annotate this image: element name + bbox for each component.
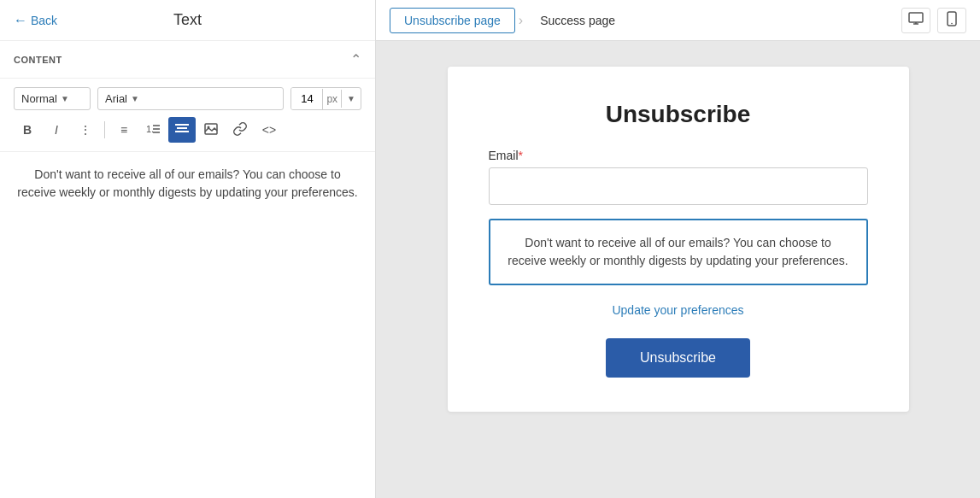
font-select-arrow-icon: ▼ [131,94,139,103]
svg-text:1.: 1. [146,124,154,134]
tab-unsubscribe[interactable]: Unsubscribe page [390,8,515,33]
image-button[interactable] [197,117,225,143]
email-input-field[interactable] [489,167,868,205]
unordered-list-icon: ≡ [120,123,127,137]
header-bar: ← Back Text [0,0,375,41]
back-button[interactable]: ← Back [14,13,57,28]
font-selected-value: Arial [105,92,127,105]
preview-area: Unsubscribe Email* Don't want to receive… [376,41,980,498]
panel-title: Text [173,11,202,29]
link-icon [233,122,247,138]
left-panel: ← Back Text CONTENT ⌃ Normal ▼ Arial ▼ [0,0,376,498]
font-size-group: px ▼ [290,87,361,110]
code-icon: <> [262,123,276,137]
svg-rect-9 [909,13,923,22]
update-link-container: Update your preferences [489,302,868,318]
align-icon [175,123,189,138]
right-panel: Unsubscribe page › Success page [376,0,980,498]
content-header: CONTENT ⌃ [0,41,375,79]
email-card-title: Unsubscribe [489,101,868,128]
toolbar: Normal ▼ Arial ▼ px ▼ B I ⋮ [0,79,375,152]
toolbar-row1: Normal ▼ Arial ▼ px ▼ [14,87,361,110]
email-field-group: Email* [489,149,868,205]
preview-body-text: Don't want to receive all of our emails?… [508,236,848,267]
more-options-button[interactable]: ⋮ [72,117,99,143]
svg-point-13 [951,22,953,24]
content-section: CONTENT ⌃ Normal ▼ Arial ▼ px ▼ [0,41,375,498]
image-icon [204,123,218,138]
toolbar-row2: B I ⋮ ≡ 1. [14,117,361,143]
bold-button[interactable]: B [14,117,41,143]
desktop-view-button[interactable] [901,8,930,33]
desktop-icon [908,12,924,29]
align-button[interactable] [168,117,196,143]
unordered-list-button[interactable]: ≡ [110,117,138,143]
preview-text-block: Don't want to receive all of our emails?… [489,219,868,285]
font-size-dropdown-icon[interactable]: ▼ [341,90,361,108]
right-header: Unsubscribe page › Success page [376,0,980,41]
mobile-view-button[interactable] [937,8,966,33]
page-tabs: Unsubscribe page › Success page [390,8,629,33]
email-card: Unsubscribe Email* Don't want to receive… [448,67,909,412]
content-label: CONTENT [14,55,62,65]
view-toggle [901,8,966,33]
editor-text: Don't want to receive all of our emails?… [17,167,357,199]
font-size-input[interactable] [291,88,322,109]
collapse-button[interactable]: ⌃ [350,51,361,67]
toolbar-separator-1 [104,121,105,138]
style-select[interactable]: Normal ▼ [14,87,91,110]
editor-text-area[interactable]: Don't want to receive all of our emails?… [0,152,375,215]
tab-arrow-icon: › [519,13,523,28]
mobile-icon [947,11,957,30]
required-indicator: * [519,149,523,162]
style-selected-value: Normal [21,92,57,105]
update-preferences-link[interactable]: Update your preferences [612,303,743,317]
style-select-arrow-icon: ▼ [61,94,69,103]
ordered-list-button[interactable]: 1. [139,117,167,143]
ordered-list-icon: 1. [146,122,160,138]
back-label: Back [31,14,57,27]
email-field-label: Email* [489,149,868,162]
link-button[interactable] [226,117,254,143]
tab-success[interactable]: Success page [526,9,629,32]
font-size-unit: px [322,89,341,109]
back-arrow-icon: ← [14,13,27,28]
font-select[interactable]: Arial ▼ [97,87,284,110]
unsubscribe-button[interactable]: Unsubscribe [606,338,750,378]
italic-button[interactable]: I [43,117,70,143]
code-button[interactable]: <> [255,117,283,143]
more-options-icon: ⋮ [79,123,91,137]
